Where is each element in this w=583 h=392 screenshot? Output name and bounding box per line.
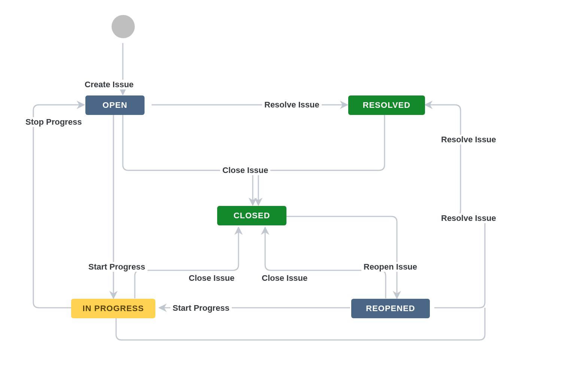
- state-label: RESOLVED: [363, 100, 410, 110]
- edge-label-close-issue-right: Close Issue: [259, 273, 310, 283]
- state-label: IN PROGRESS: [83, 304, 144, 313]
- edge-label-close-issue-left: Close Issue: [186, 273, 237, 283]
- workflow-diagram: OPEN RESOLVED CLOSED IN PROGRESS REOPENE…: [0, 0, 583, 392]
- edge-label-resolve-issue-open: Resolve Issue: [262, 100, 322, 110]
- state-reopened: REOPENED: [351, 299, 430, 318]
- edge-label-start-progress-bottom: Start Progress: [170, 303, 232, 313]
- state-open: OPEN: [85, 95, 145, 115]
- state-label: CLOSED: [234, 211, 270, 221]
- edge-label-stop-progress: Stop Progress: [23, 117, 84, 127]
- start-node-icon: [112, 15, 135, 38]
- edge-label-close-issue-top: Close Issue: [220, 165, 270, 175]
- state-closed: CLOSED: [217, 206, 286, 225]
- state-in-progress: IN PROGRESS: [71, 299, 155, 318]
- state-label: OPEN: [103, 100, 127, 110]
- edge-label-create-issue: Create Issue: [82, 80, 136, 89]
- state-resolved: RESOLVED: [348, 95, 425, 115]
- edge-label-start-progress-left: Start Progress: [86, 262, 148, 272]
- diagram-edges: [0, 0, 583, 392]
- edge-label-reopen-issue: Reopen Issue: [361, 262, 419, 272]
- state-label: REOPENED: [366, 304, 415, 313]
- edge-label-resolve-issue-upper-right: Resolve Issue: [439, 135, 498, 145]
- edge-label-resolve-issue-lower-right: Resolve Issue: [439, 213, 498, 223]
